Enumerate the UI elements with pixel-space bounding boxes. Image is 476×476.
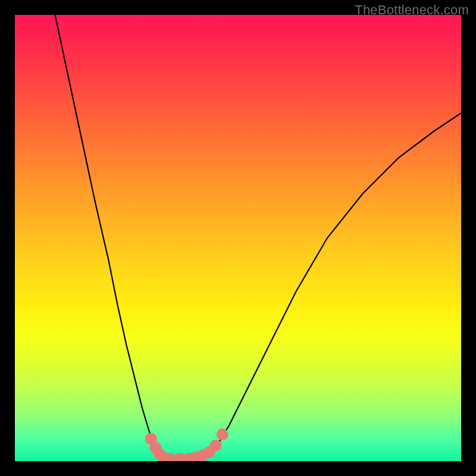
data-marker bbox=[210, 440, 222, 452]
marker-group bbox=[145, 428, 228, 461]
data-marker bbox=[217, 428, 228, 440]
plot-area bbox=[15, 15, 461, 461]
bottleneck-curve bbox=[55, 15, 462, 461]
curve-group bbox=[55, 15, 462, 461]
chart-svg bbox=[15, 15, 461, 461]
chart-frame: TheBottleneck.com bbox=[0, 0, 476, 476]
